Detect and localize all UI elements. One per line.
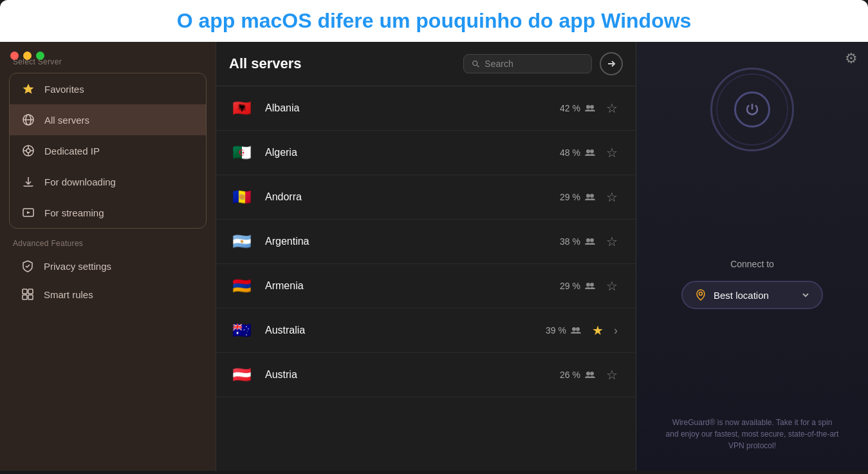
maximize-dot[interactable]: [36, 52, 44, 60]
users-icon: [584, 238, 596, 245]
shield-icon: [21, 259, 35, 273]
star-button-algeria[interactable]: ☆: [601, 142, 623, 163]
chevron-down-icon: [801, 290, 810, 299]
power-ring: [710, 68, 794, 151]
star-button-armenia[interactable]: ☆: [601, 276, 623, 296]
sidebar-item-favorites-label: Favorites: [44, 84, 84, 95]
star-button-andorra[interactable]: ☆: [601, 187, 623, 207]
server-load-andorra: 29 %: [560, 192, 596, 202]
sidebar-item-privacy-settings[interactable]: Privacy settings: [9, 252, 207, 280]
table-row[interactable]: 🇩🇿 Algeria 48 % ☆: [216, 131, 636, 175]
star-button-austria[interactable]: ☆: [601, 365, 623, 385]
svg-marker-0: [23, 84, 34, 94]
svg-point-33: [699, 292, 703, 296]
server-name-andorra: Andorra: [265, 191, 560, 203]
server-load-austria: 26 %: [560, 370, 596, 380]
right-panel: Connect to Best location WireGuard® is n…: [636, 42, 868, 471]
forward-button[interactable]: [600, 52, 623, 75]
table-row[interactable]: 🇦🇹 Austria 26 % ☆: [216, 353, 636, 397]
sidebar-item-favorites[interactable]: Favorites: [10, 73, 206, 104]
search-box[interactable]: [463, 54, 592, 73]
star-button-albania[interactable]: ☆: [601, 98, 623, 118]
sidebar-item-for-streaming-label: For streaming: [44, 207, 104, 218]
server-load-albania: 42 %: [560, 103, 596, 113]
close-dot[interactable]: [10, 52, 19, 60]
users-icon: [570, 327, 582, 334]
server-list-panel: All servers 🇦🇱 Albania: [216, 42, 636, 471]
flag-albania: 🇦🇱: [229, 95, 255, 121]
dedicated-ip-icon: [21, 144, 35, 158]
sidebar-item-dedicated-ip[interactable]: Dedicated IP: [10, 135, 206, 166]
svg-rect-13: [28, 289, 33, 294]
download-icon: [21, 175, 35, 189]
svg-point-21: [586, 149, 590, 153]
svg-point-28: [590, 283, 594, 287]
power-section: [710, 68, 794, 151]
table-row[interactable]: 🇦🇺 Australia 39 % ★ ›: [216, 308, 636, 353]
table-row[interactable]: 🇦🇷 Argentina 38 % ☆: [216, 220, 636, 264]
sidebar-item-smart-rules[interactable]: Smart rules: [9, 280, 207, 308]
svg-point-5: [26, 149, 30, 153]
svg-point-20: [590, 105, 594, 109]
expand-button-australia[interactable]: ›: [609, 321, 623, 340]
power-button[interactable]: [734, 91, 770, 128]
sidebar-item-for-downloading[interactable]: For downloading: [10, 166, 206, 197]
sidebar-item-for-streaming[interactable]: For streaming: [10, 197, 206, 228]
sidebar-item-all-servers-label: All servers: [44, 115, 89, 126]
server-list-title: All servers: [229, 55, 456, 72]
users-icon: [584, 282, 596, 290]
server-name-austria: Austria: [265, 369, 560, 381]
flag-australia: 🇦🇺: [229, 318, 255, 343]
table-row[interactable]: 🇦🇲 Armenia 29 % ☆: [216, 264, 636, 308]
server-name-albania: Albania: [265, 102, 560, 114]
location-selector[interactable]: Best location: [681, 281, 823, 309]
server-list-header: All servers: [216, 42, 636, 86]
banner-title: O app macOS difere um pouquinho do app W…: [13, 9, 855, 33]
star-button-argentina[interactable]: ☆: [601, 231, 623, 252]
table-row[interactable]: 🇦🇱 Albania 42 % ☆: [216, 86, 636, 131]
location-left: Best location: [694, 289, 769, 301]
svg-point-25: [586, 238, 590, 242]
flag-algeria: 🇩🇿: [229, 140, 255, 166]
users-icon: [584, 149, 596, 156]
star-icon: [21, 82, 35, 96]
window-controls: [10, 52, 44, 60]
connect-to-label: Connect to: [730, 259, 774, 269]
svg-point-19: [586, 105, 590, 109]
server-name-algeria: Algeria: [265, 147, 560, 158]
svg-point-31: [586, 372, 590, 375]
users-icon: [584, 104, 596, 112]
settings-button[interactable]: ⚙: [845, 50, 858, 67]
bottom-text: WireGuard® is now available. Take it for…: [665, 417, 839, 451]
star-button-australia[interactable]: ★: [587, 320, 609, 341]
flag-austria: 🇦🇹: [229, 362, 255, 388]
search-input[interactable]: [485, 59, 584, 69]
streaming-icon: [21, 205, 35, 220]
sidebar-item-for-downloading-label: For downloading: [44, 176, 116, 187]
server-name-australia: Australia: [265, 325, 546, 336]
svg-point-27: [586, 283, 590, 287]
svg-rect-12: [23, 289, 27, 294]
users-icon: [584, 371, 596, 379]
svg-point-22: [590, 149, 594, 153]
svg-point-30: [576, 327, 580, 331]
svg-point-29: [572, 327, 576, 331]
svg-point-23: [586, 194, 590, 198]
advanced-items: Privacy settings Smart rules: [0, 252, 216, 308]
arrow-right-icon: [606, 59, 616, 69]
location-icon: [694, 289, 707, 301]
users-icon: [584, 193, 596, 201]
sidebar-item-all-servers[interactable]: All servers: [10, 104, 206, 135]
advanced-features-label: Advanced Features: [0, 234, 216, 252]
table-row[interactable]: 🇦🇩 Andorra 29 % ☆: [216, 175, 636, 220]
server-list-body: 🇦🇱 Albania 42 % ☆ 🇩🇿 Algeria 48 %: [216, 86, 636, 471]
sidebar-item-privacy-settings-label: Privacy settings: [44, 261, 111, 272]
svg-point-24: [590, 194, 594, 198]
server-load-argentina: 38 %: [560, 236, 596, 247]
sidebar-item-dedicated-ip-label: Dedicated IP: [44, 146, 100, 156]
svg-point-26: [590, 238, 594, 242]
sidebar: Select Server Favorites A: [0, 42, 216, 471]
server-name-armenia: Armenia: [265, 280, 560, 292]
minimize-dot[interactable]: [23, 52, 32, 60]
search-icon: [472, 59, 479, 68]
